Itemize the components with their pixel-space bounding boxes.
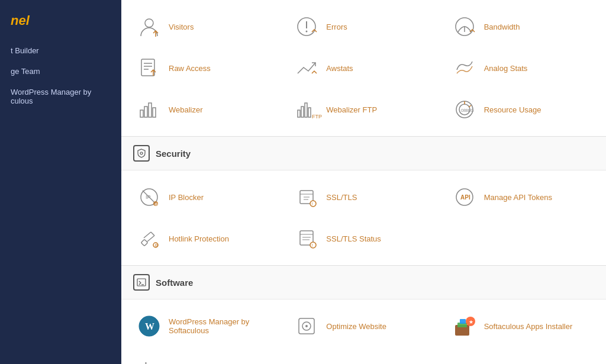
sidebar-logo: nel	[0, 7, 121, 40]
svg-rect-16	[298, 110, 300, 117]
security-header: Security	[121, 137, 606, 170]
webalizer-label: Webalizer	[169, 105, 203, 114]
analog-stats-label: Analog Stats	[484, 64, 528, 73]
optimize-item[interactable]: Optimize Website	[285, 305, 442, 347]
svg-rect-19	[308, 108, 311, 117]
svg-point-0	[145, 19, 153, 27]
resource-usage-icon: 088BG	[452, 97, 477, 122]
wordpress-icon: W	[137, 314, 162, 339]
security-section: Security IP ⚙ IP Blocker	[121, 137, 606, 266]
svg-text:!: !	[312, 243, 313, 247]
webalizer-ftp-label: Webalizer FTP	[326, 105, 377, 114]
ssl-tls-item[interactable]: ! SSL/TLS	[285, 176, 442, 218]
hotlink-icon: ⚙	[137, 226, 162, 251]
ssl-tls-status-icon: !	[294, 226, 319, 251]
manage-api-item[interactable]: API Manage API Tokens	[443, 176, 600, 218]
webalizer-item[interactable]: Webalizer	[127, 89, 285, 130]
software-title: Software	[156, 278, 193, 288]
software-section: Software W WordPress Manager by Softacul…	[121, 266, 606, 364]
ssl-tls-icon: !	[294, 185, 319, 210]
svg-point-36	[310, 201, 316, 207]
metrics-section: Visitors Errors	[121, 0, 606, 137]
svg-text:★: ★	[469, 319, 473, 325]
svg-rect-14	[149, 103, 152, 117]
optimize-label: Optimize Website	[326, 322, 386, 331]
bandwidth-item[interactable]: Bandwidth	[443, 6, 600, 47]
svg-point-50	[310, 242, 316, 248]
svg-text:088BG: 088BG	[461, 108, 474, 112]
ip-blocker-item[interactable]: IP ⚙ IP Blocker	[127, 176, 285, 218]
resource-usage-label: Resource Usage	[484, 105, 541, 114]
wordpress-label: WordPress Manager by Softaculous	[169, 317, 275, 335]
ssl-tls-status-item[interactable]: ! SSL/TLS Status	[285, 218, 442, 259]
svg-text:W: W	[145, 321, 154, 331]
svg-line-42	[147, 236, 154, 241]
optimize-icon	[294, 314, 319, 339]
wordpress-item[interactable]: W WordPress Manager by Softaculous	[127, 305, 285, 347]
svg-rect-15	[153, 108, 156, 117]
main-content: Visitors Errors	[121, 0, 606, 364]
ssl-tls-label: SSL/TLS	[326, 193, 357, 202]
svg-text:php: php	[140, 361, 155, 364]
svg-text:⚙: ⚙	[154, 243, 158, 247]
svg-rect-62	[460, 319, 466, 324]
bandwidth-label: Bandwidth	[484, 22, 520, 31]
svg-text:⚙: ⚙	[154, 202, 157, 206]
softaculous-label: Softaculous Apps Installer	[484, 322, 573, 331]
ip-blocker-label: IP Blocker	[169, 193, 204, 202]
svg-text:FTP: FTP	[312, 114, 322, 120]
security-header-icon	[133, 145, 150, 162]
bandwidth-icon	[452, 14, 477, 39]
awstats-item[interactable]: Awstats	[285, 47, 442, 89]
raw-access-item[interactable]: Raw Access	[127, 47, 285, 89]
hotlink-label: Hotlink Protection	[169, 234, 229, 243]
softaculous-icon: ★	[452, 314, 477, 339]
visitors-label: Visitors	[169, 22, 194, 31]
sidebar-item-0[interactable]: t Builder	[0, 40, 121, 61]
webalizer-ftp-icon: FTP	[294, 97, 319, 122]
php-item[interactable]: php Select PHP Version	[127, 347, 285, 364]
manage-api-label: Manage API Tokens	[484, 193, 552, 202]
svg-rect-13	[144, 107, 147, 117]
sidebar: nel t Builder ge Team WordPress Manager …	[0, 0, 121, 364]
visitors-icon	[137, 14, 162, 39]
software-header-icon	[133, 274, 150, 291]
svg-point-59	[305, 325, 308, 327]
awstats-icon	[294, 56, 319, 80]
raw-access-label: Raw Access	[169, 64, 211, 73]
svg-rect-43	[141, 239, 147, 246]
svg-text:IP: IP	[146, 194, 151, 200]
errors-item[interactable]: Errors	[285, 6, 442, 47]
hotlink-item[interactable]: ⚙ Hotlink Protection	[127, 218, 285, 259]
errors-label: Errors	[326, 22, 347, 31]
security-title: Security	[156, 149, 191, 159]
sidebar-item-1[interactable]: ge Team	[0, 61, 121, 82]
software-header: Software	[121, 266, 606, 299]
manage-api-icon: API	[452, 185, 477, 210]
svg-text:!: !	[312, 202, 313, 206]
php-icon: php	[137, 355, 162, 364]
analog-stats-icon	[452, 56, 477, 80]
sidebar-item-2[interactable]: WordPress Manager by culous	[0, 82, 121, 111]
ip-blocker-icon: IP ⚙	[137, 185, 162, 210]
svg-line-40	[144, 232, 151, 238]
resource-usage-item[interactable]: 088BG Resource Usage	[443, 89, 600, 130]
svg-rect-12	[140, 110, 143, 117]
webalizer-icon	[137, 97, 162, 122]
awstats-label: Awstats	[326, 64, 353, 73]
svg-point-26	[140, 152, 143, 154]
svg-text:API: API	[460, 194, 470, 201]
security-grid: IP ⚙ IP Blocker !	[121, 170, 606, 265]
svg-rect-7	[141, 59, 154, 76]
svg-line-41	[151, 232, 154, 236]
svg-rect-18	[305, 103, 307, 117]
metrics-grid: Visitors Errors	[121, 0, 606, 136]
ssl-tls-status-label: SSL/TLS Status	[326, 234, 381, 243]
svg-point-4	[306, 31, 308, 33]
softaculous-item[interactable]: ★ Softaculous Apps Installer	[443, 305, 600, 347]
software-grid: W WordPress Manager by Softaculous Optim…	[121, 299, 606, 364]
errors-icon	[294, 14, 319, 39]
visitors-item[interactable]: Visitors	[127, 6, 285, 47]
analog-stats-item[interactable]: Analog Stats	[443, 47, 600, 89]
webalizer-ftp-item[interactable]: FTP Webalizer FTP	[285, 89, 442, 130]
